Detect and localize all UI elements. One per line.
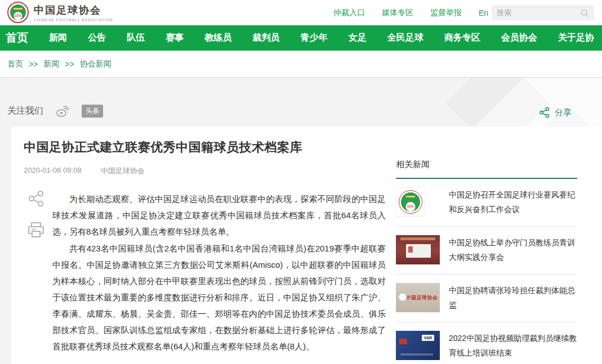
related-thumb-conference-photo[interactable] xyxy=(396,235,440,264)
breadcrumb-separator: >> xyxy=(29,60,38,69)
nav-item-teams[interactable]: 队伍 xyxy=(127,32,145,44)
article-card: 中国足协正式建立联赛优秀中国籍球员技术档案库 2020-01-06 09:08 … xyxy=(11,127,602,364)
related-thumb-var-training-photo[interactable]: VAR xyxy=(396,331,440,360)
page: CFA 中国足球协会 CHINESE FOOTBALL ASSOCIATION … xyxy=(0,0,602,364)
nav-item-competitions[interactable]: 赛事 xyxy=(166,32,184,44)
breadcrumb-home[interactable]: 首页 xyxy=(7,59,23,69)
content-background: 关注我们 头条 分享 xyxy=(0,78,602,364)
link-media-zone[interactable]: 媒体专区 xyxy=(382,8,413,18)
article-meta: 2020-01-06 09:08 中国足球协会 xyxy=(24,166,145,176)
search-input[interactable]: 搜索 xyxy=(492,5,594,20)
cfa-emblem-icon: CFA xyxy=(7,2,29,23)
weibo-icon[interactable] xyxy=(56,105,69,118)
related-news-panel: 相关新闻 CFA 中国足协召开全国足球行业赛风赛纪和反兴奋剂工作会议 xyxy=(396,159,577,364)
search-icon[interactable] xyxy=(580,8,589,17)
nav-item-news[interactable]: 新闻 xyxy=(49,32,67,44)
nav-item-home[interactable]: 首页 xyxy=(6,30,28,46)
article-paragraph: 共有423名中国籍球员(含2名中国香港籍和1名中国台湾籍球员)在2019赛季中超… xyxy=(52,240,386,354)
share-button[interactable]: 分享 xyxy=(539,107,572,118)
cfa-emblem-badge: CFA xyxy=(14,12,23,20)
breadcrumb-separator: >> xyxy=(65,60,74,69)
site-title: 中国足球协会 xyxy=(34,3,113,17)
article-share-icon[interactable] xyxy=(27,190,45,208)
nav-item-business-zone[interactable]: 商务专区 xyxy=(444,32,480,44)
link-arbitration[interactable]: 仲裁入口 xyxy=(333,8,365,18)
nav-item-womens-football[interactable]: 女足 xyxy=(349,32,367,44)
related-news-text[interactable]: 中国足协聘请张玲玲担任裁判体能总监 xyxy=(449,283,577,312)
link-supervision-report[interactable]: 监督举报 xyxy=(430,8,462,18)
nav-item-about-cfa[interactable]: 关于足协 xyxy=(558,32,594,44)
related-news-text[interactable]: 中国足协线上举办守门员教练员青训大纲实践分享会 xyxy=(449,235,577,264)
top-bar: CFA 中国足球协会 CHINESE FOOTBALL ASSOCIATION … xyxy=(0,0,602,25)
site-logo-text: 中国足球协会 CHINESE FOOTBALL ASSOCIATION xyxy=(34,3,113,22)
search-placeholder: 搜索 xyxy=(497,8,511,18)
article-title: 中国足协正式建立联赛优秀中国籍球员技术档案库 xyxy=(24,139,302,156)
related-thumb-cfa-office-photo[interactable]: 中国足球协会 xyxy=(396,283,440,312)
site-subtitle: CHINESE FOOTBALL ASSOCIATION xyxy=(34,18,113,22)
nav-item-youth[interactable]: 青少年 xyxy=(301,32,328,44)
link-english[interactable]: En xyxy=(479,8,488,17)
nav-item-referees[interactable]: 裁判员 xyxy=(252,32,279,44)
breadcrumb-association-news[interactable]: 协会新闻 xyxy=(80,59,112,69)
related-news-text[interactable]: 中国足协召开全国足球行业赛风赛纪和反兴奋剂工作会议 xyxy=(449,187,577,217)
article-source: 中国足球协会 xyxy=(101,166,145,176)
breadcrumb: 首页 >> 新闻 >> 协会新闻 xyxy=(0,51,602,78)
follow-us-row: 关注我们 头条 xyxy=(7,105,103,118)
toutiao-badge[interactable]: 头条 xyxy=(82,105,103,118)
related-news-item[interactable]: CFA 中国足协召开全国足球行业赛风赛纪和反兴奋剂工作会议 xyxy=(396,179,577,227)
nav-item-announcements[interactable]: 公告 xyxy=(88,32,106,44)
main-nav: 首页 新闻 公告 队伍 赛事 教练员 裁判员 青少年 女足 全民足球 商务专区 … xyxy=(0,25,602,51)
nav-item-grassroots[interactable]: 全民足球 xyxy=(387,32,423,44)
site-logo[interactable]: CFA 中国足球协会 CHINESE FOOTBALL ASSOCIATION xyxy=(7,2,113,23)
share-label: 分享 xyxy=(555,107,572,118)
nav-item-coaches[interactable]: 教练员 xyxy=(204,32,231,44)
related-news-title: 相关新闻 xyxy=(396,159,577,179)
article-paragraph: 为长期动态观察、评估中国足球运动员在职业联赛中的表现，探索不同阶段的中国足球技术… xyxy=(52,191,386,240)
article-date: 2020-01-06 09:08 xyxy=(24,166,82,176)
related-news-text[interactable]: 2022中国足协视频助理裁判员继续教育线上培训班结束 xyxy=(449,331,577,360)
share-icon xyxy=(539,107,550,118)
article-tools xyxy=(20,190,52,239)
breadcrumb-news[interactable]: 新闻 xyxy=(43,59,59,69)
nav-item-member-associations[interactable]: 会员协会 xyxy=(501,32,537,44)
related-thumb-cfa-emblem[interactable]: CFA xyxy=(396,187,440,217)
cfa-emblem-icon: CFA xyxy=(399,190,422,214)
utility-links: 仲裁入口 媒体专区 监督举报 En xyxy=(333,0,488,25)
article-body: 为长期动态观察、评估中国足球运动员在职业联赛中的表现，探索不同阶段的中国足球技术… xyxy=(52,191,386,355)
related-news-item[interactable]: 中国足球协会 中国足协聘请张玲玲担任裁判体能总监 xyxy=(396,275,577,322)
follow-us-label: 关注我们 xyxy=(7,105,43,117)
related-news-item[interactable]: 中国足协线上举办守门员教练员青训大纲实践分享会 xyxy=(396,227,577,275)
related-news-item[interactable]: VAR 2022中国足协视频助理裁判员继续教育线上培训班结束 xyxy=(396,322,577,364)
print-icon[interactable] xyxy=(26,221,46,239)
